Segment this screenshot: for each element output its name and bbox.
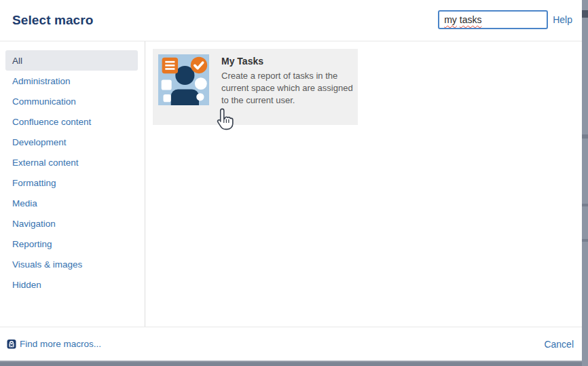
sidebar-item-development[interactable]: Development — [5, 132, 138, 152]
macro-description: Create a report of tasks in the current … — [221, 70, 357, 107]
macro-results-list: My Tasks Create a report of tasks in the… — [145, 41, 582, 327]
search-input-value: my tasks — [444, 14, 481, 25]
select-macro-dialog: Select macro my tasks Help All Administr… — [0, 0, 582, 361]
sidebar-item-communication[interactable]: Communication — [5, 91, 138, 111]
marketplace-icon — [7, 339, 16, 349]
macro-card-text: My Tasks Create a report of tasks in the… — [221, 54, 357, 120]
macro-search-input[interactable]: my tasks — [438, 10, 548, 29]
find-more-macros-link[interactable]: Find more macros... — [7, 339, 101, 349]
sidebar-item-confluence-content[interactable]: Confluence content — [5, 111, 138, 132]
header-search-area: my tasks Help — [438, 10, 572, 29]
help-link[interactable]: Help — [553, 14, 572, 25]
select-macro-screen: Select macro my tasks Help All Administr… — [0, 0, 588, 366]
my-tasks-macro-icon — [158, 54, 209, 105]
category-sidebar: All Administration Communication Conflue… — [0, 41, 145, 327]
sidebar-item-formatting[interactable]: Formatting — [5, 172, 138, 193]
dialog-content: All Administration Communication Conflue… — [0, 41, 582, 327]
dialog-header: Select macro my tasks Help — [0, 0, 582, 41]
sidebar-item-visuals-images[interactable]: Visuals & images — [5, 254, 138, 274]
macro-card-my-tasks[interactable]: My Tasks Create a report of tasks in the… — [153, 49, 358, 125]
sidebar-item-all[interactable]: All — [5, 50, 138, 71]
sidebar-item-media[interactable]: Media — [5, 193, 138, 213]
cancel-button[interactable]: Cancel — [544, 339, 574, 350]
sidebar-item-navigation[interactable]: Navigation — [5, 213, 138, 234]
sidebar-item-administration[interactable]: Administration — [5, 71, 138, 91]
sidebar-item-reporting[interactable]: Reporting — [5, 234, 138, 254]
sidebar-item-hidden[interactable]: Hidden — [5, 274, 138, 295]
find-more-macros-label: Find more macros... — [20, 339, 101, 349]
page-scrollbar[interactable] — [582, 0, 588, 366]
macro-title: My Tasks — [221, 56, 357, 67]
page-background-strip — [0, 361, 582, 366]
page-title: Select macro — [12, 13, 94, 28]
sidebar-item-external-content[interactable]: External content — [5, 152, 138, 172]
page-scrollbar-thumb[interactable] — [582, 10, 588, 18]
dialog-footer: Find more macros... Cancel — [0, 327, 582, 361]
